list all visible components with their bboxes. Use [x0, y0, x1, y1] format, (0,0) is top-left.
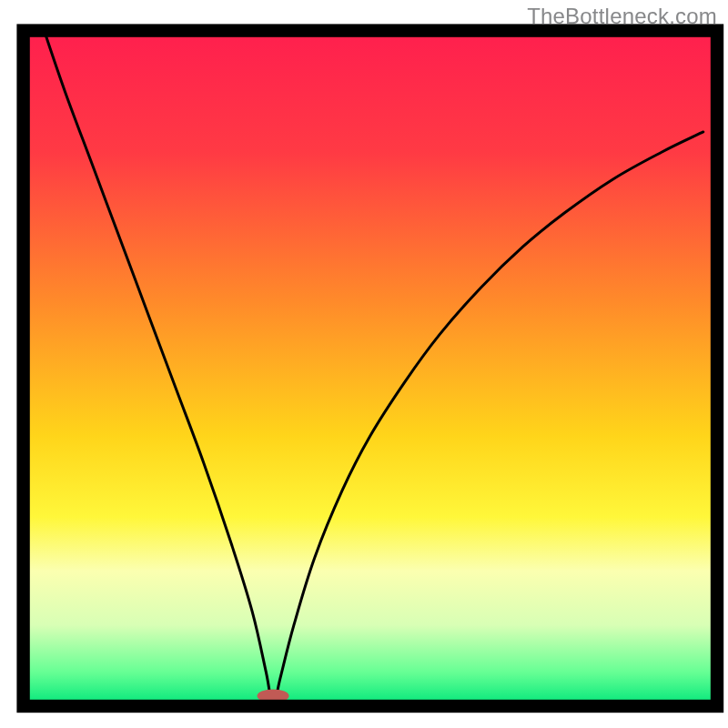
bottleneck-chart: [0, 0, 728, 728]
chart-container: [0, 0, 728, 728]
watermark-text: TheBottleneck.com: [527, 4, 717, 29]
gradient-background: [24, 31, 717, 706]
